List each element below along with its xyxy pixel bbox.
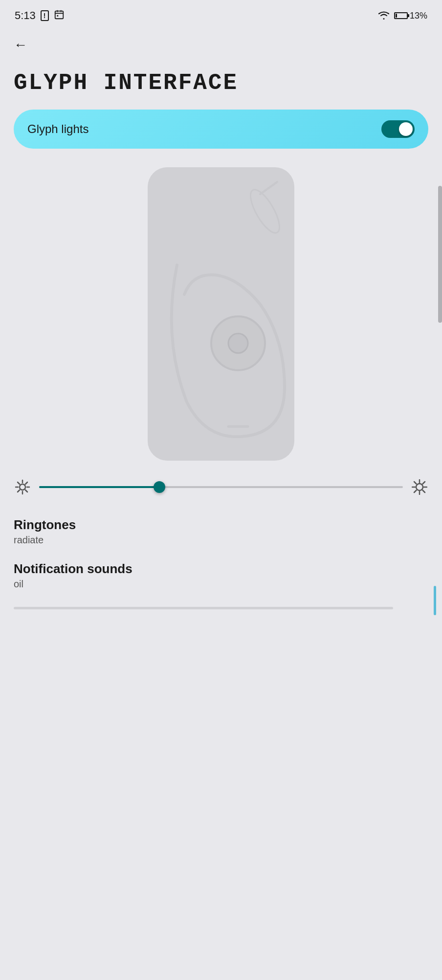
battery-percent: 13%	[410, 11, 427, 21]
svg-point-7	[228, 334, 248, 353]
svg-line-9	[260, 182, 277, 194]
wifi-icon	[377, 9, 390, 22]
brightness-slider-row[interactable]	[0, 470, 442, 510]
svg-line-18	[18, 490, 20, 492]
svg-line-24	[414, 482, 417, 484]
svg-line-15	[18, 482, 20, 484]
vertical-scroll-thumb	[434, 586, 436, 615]
brightness-low-icon	[14, 478, 31, 496]
status-time: 5:13	[15, 9, 36, 22]
svg-line-17	[25, 482, 27, 484]
scrollbar-thumb[interactable]	[438, 186, 442, 323]
page-title-container: GLYPH INTERFACE	[0, 61, 442, 110]
status-bar: 5:13 ! 13%	[0, 0, 442, 29]
svg-line-26	[423, 482, 425, 484]
svg-line-27	[414, 490, 417, 493]
ringtones-subtitle: radiate	[14, 535, 428, 546]
brightness-slider-thumb[interactable]	[154, 481, 165, 493]
ringtones-title: Ringtones	[14, 517, 428, 533]
horizontal-scroll-indicator	[14, 607, 393, 609]
svg-point-10	[20, 484, 25, 490]
calendar-icon	[54, 9, 65, 22]
battery-indicator: 13%	[394, 11, 427, 21]
battery-icon	[394, 12, 408, 19]
back-button[interactable]: ←	[0, 29, 442, 61]
svg-point-19	[416, 484, 423, 490]
svg-line-16	[25, 490, 27, 492]
notification-sounds-title: Notification sounds	[14, 561, 428, 577]
phone-body	[148, 167, 294, 461]
back-arrow-icon: ←	[14, 37, 27, 52]
svg-line-25	[423, 490, 425, 493]
scrollbar-track[interactable]	[437, 0, 442, 980]
glyph-lights-label: Glyph lights	[27, 122, 88, 136]
status-right-icons: 13%	[377, 9, 427, 22]
glyph-lights-toggle[interactable]	[381, 120, 415, 138]
ringtones-section[interactable]: Ringtones radiate	[0, 510, 442, 554]
glyph-svg	[148, 167, 294, 461]
svg-point-5	[245, 186, 285, 237]
notification-sounds-subtitle: oil	[14, 579, 428, 590]
brightness-slider-track[interactable]	[39, 486, 403, 488]
glyph-lights-toggle-row[interactable]: Glyph lights	[14, 110, 428, 149]
svg-rect-0	[55, 11, 63, 19]
brightness-high-icon	[411, 478, 428, 496]
notification-sounds-section[interactable]: Notification sounds oil	[0, 554, 442, 619]
svg-rect-4	[57, 15, 58, 17]
alert-icon: !	[41, 10, 49, 21]
phone-illustration	[0, 162, 442, 470]
brightness-slider-fill	[39, 486, 159, 488]
page-title: GLYPH INTERFACE	[14, 70, 428, 96]
vertical-scroll-indicator	[434, 566, 436, 615]
